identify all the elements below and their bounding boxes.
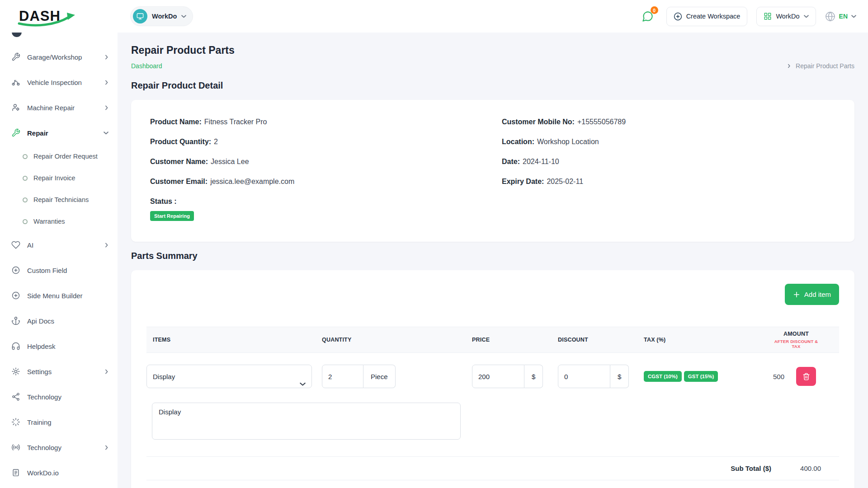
plus-icon <box>793 291 800 298</box>
column-header-quantity: QUANTITY <box>322 337 472 343</box>
sidebar-item-machine-repair[interactable]: Machine Repair <box>0 95 118 120</box>
heart-icon <box>11 240 20 249</box>
item-select[interactable]: Display <box>146 365 312 388</box>
add-item-button[interactable]: Add item <box>785 284 839 305</box>
chevron-right-icon <box>105 369 108 374</box>
main-content: Repair Product Parts Dashboard Repair Pr… <box>118 33 868 488</box>
item-description-wrap: Display <box>152 403 839 441</box>
share-nodes-icon <box>11 392 20 401</box>
price-currency: $ <box>524 365 543 388</box>
sidebar-item-label: Repair <box>27 129 48 137</box>
tax-badge-cgst: CGST (10%) <box>644 371 682 382</box>
sidebar-subitem-repair-order-request[interactable]: Repair Order Request <box>0 145 118 167</box>
column-header-discount: DISCOUNT <box>558 337 644 343</box>
tax-cell: CGST (10%) GST (15%) <box>644 371 773 382</box>
document-icon <box>11 468 20 477</box>
sidebar-item-settings[interactable]: Settings <box>0 359 118 384</box>
technician-icon <box>11 103 20 112</box>
field-label: Product Name: <box>150 118 202 126</box>
field-label: Date: <box>502 158 520 165</box>
sidebar-subitem-label: Warranties <box>33 218 65 225</box>
sidebar: Garage/Workshop Vehicle Inspection Machi… <box>0 33 118 488</box>
amount-value: 500 <box>773 373 784 380</box>
product-quantity-field: Product Quantity:2 <box>150 138 484 146</box>
sidebar-item-api-docs[interactable]: Api Docs <box>0 308 118 333</box>
sidebar-item-custom-field[interactable]: Custom Field <box>0 258 118 283</box>
quantity-unit: Piece <box>363 365 396 388</box>
wrench-icon <box>11 128 20 137</box>
sidebar-item-workdo-io[interactable]: WorkDo.io <box>0 460 118 485</box>
product-name-field: Product Name:Fitness Tracker Pro <box>150 118 484 126</box>
delete-row-button[interactable] <box>796 367 816 386</box>
add-item-row: Add item <box>146 284 839 305</box>
price-input[interactable] <box>472 365 524 388</box>
amount-header-label: AMOUNT <box>783 331 809 337</box>
column-header-tax: TAX (%) <box>644 337 773 343</box>
status-badge: Start Repairing <box>150 211 194 221</box>
quantity-input[interactable] <box>322 365 363 388</box>
status-field: Status : Start Repairing <box>150 197 484 221</box>
breadcrumb-current: Repair Product Parts <box>796 62 854 70</box>
monitor-icon <box>137 13 144 20</box>
broadcast-icon <box>11 443 20 452</box>
sidebar-subitem-label: Repair Order Request <box>33 153 98 160</box>
sidebar-item-label: Vehicle Inspection <box>27 79 82 86</box>
detail-heading: Repair Product Detail <box>131 80 854 91</box>
language-code: EN <box>839 13 848 20</box>
field-label: Customer Name: <box>150 158 208 165</box>
sidebar-item-training[interactable]: Training <box>0 409 118 435</box>
sidebar-subitem-warranties[interactable]: Warranties <box>0 211 118 232</box>
gear-icon <box>11 367 20 376</box>
chevron-right-icon <box>105 105 108 110</box>
sidebar-subitem-label: Repair Technicians <box>33 196 89 203</box>
sidebar-item-label: Custom Field <box>27 267 67 274</box>
workspace-menu-button[interactable]: WorkDo <box>756 7 816 26</box>
sidebar-subitem-repair-invoice[interactable]: Repair Invoice <box>0 167 118 189</box>
workspace-name: WorkDo <box>152 13 177 20</box>
top-header: DASH WorkDo 0 <box>0 0 868 33</box>
motorcycle-icon <box>11 78 20 87</box>
totals-section: Sub Total ($) 400.00 Discount ($) 0.00 <box>146 456 839 488</box>
sidebar-item-vehicle-inspection[interactable]: Vehicle Inspection <box>0 70 118 95</box>
circle-icon <box>23 197 28 202</box>
date-field: Date:2024-11-10 <box>502 158 835 166</box>
amount-cell: 500 <box>773 367 843 386</box>
sidebar-item-helpdesk[interactable]: Helpdesk <box>0 333 118 359</box>
sidebar-item-label: AI <box>27 241 33 249</box>
amount-header-note: AFTER DISCOUNT & TAX <box>773 339 819 349</box>
sidebar-item-repair[interactable]: Repair <box>0 120 118 145</box>
plus-circle-icon <box>11 266 20 275</box>
sidebar-item-garage-workshop[interactable]: Garage/Workshop <box>0 44 118 70</box>
parts-summary-card: Add item ITEMS QUANTITY PRICE DISCOUNT T… <box>131 270 854 488</box>
quantity-cell: Piece <box>322 365 472 388</box>
breadcrumb: Dashboard Repair Product Parts <box>131 62 854 70</box>
price-cell: $ <box>472 365 558 388</box>
sidebar-item-side-menu-builder[interactable]: Side Menu Builder <box>0 283 118 308</box>
create-workspace-button[interactable]: Create Workspace <box>666 7 748 26</box>
chevron-right-icon <box>788 64 791 68</box>
chevron-right-icon <box>105 80 108 85</box>
headset-icon <box>11 342 20 351</box>
breadcrumb-dashboard-link[interactable]: Dashboard <box>131 62 162 70</box>
sidebar-subitem-repair-technicians[interactable]: Repair Technicians <box>0 189 118 211</box>
item-description-input[interactable]: Display <box>152 403 461 440</box>
sidebar-item-technology-2[interactable]: Technology <box>0 435 118 460</box>
sidebar-item-ai[interactable]: AI <box>0 232 118 258</box>
language-selector[interactable]: EN <box>825 11 856 22</box>
sidebar-item-label: Side Menu Builder <box>27 292 83 300</box>
field-value: 2024-11-10 <box>523 158 559 165</box>
workspace-selector[interactable]: WorkDo <box>130 6 193 26</box>
sidebar-item-label: WorkDo.io <box>27 469 59 477</box>
discount-total-row: Discount ($) 0.00 <box>146 480 839 488</box>
discount-currency: $ <box>610 365 629 388</box>
field-value: 2025-02-11 <box>547 178 583 185</box>
parts-table-header: ITEMS QUANTITY PRICE DISCOUNT TAX (%) AM… <box>146 327 839 353</box>
customer-name-field: Customer Name:Jessica Lee <box>150 158 484 166</box>
sidebar-item-technology[interactable]: Technology <box>0 384 118 409</box>
discount-input[interactable] <box>558 365 610 388</box>
column-header-amount: AMOUNT AFTER DISCOUNT & TAX <box>773 331 839 349</box>
messages-button[interactable]: 0 <box>638 7 657 26</box>
partial-menu-icon <box>12 33 22 37</box>
chevron-down-icon <box>181 15 186 18</box>
chevron-right-icon <box>105 445 108 450</box>
